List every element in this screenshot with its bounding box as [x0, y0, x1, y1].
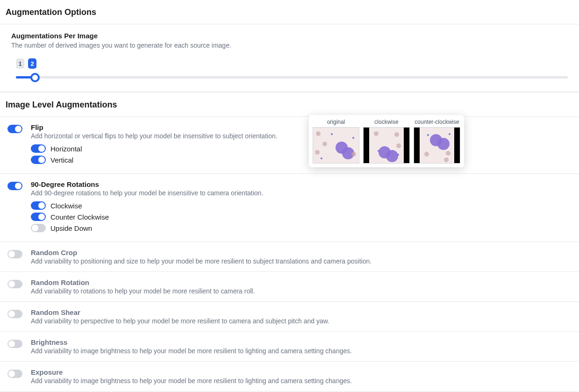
toggle-brightness[interactable] [7, 340, 22, 348]
label-rot90-clockwise: Clockwise [50, 202, 82, 210]
section-header-aug-options: Augmentation Options [0, 0, 579, 24]
aug-desc-brightness: Add variability to image brightness to h… [31, 347, 573, 355]
toggle-rot90-clockwise[interactable] [31, 201, 46, 210]
aug-desc-rrot: Add variability to rotations to help you… [31, 287, 573, 295]
aug-row-brightness: Brightness Add variability to image brig… [0, 332, 579, 362]
slider-track [16, 76, 568, 78]
aug-desc-crop: Add variability to positioning and size … [31, 257, 573, 265]
aug-title-brightness: Brightness [31, 338, 573, 346]
aug-title-exposure: Exposure [31, 368, 573, 376]
augmentations-per-image-block: Augmentations Per Image The number of de… [0, 24, 579, 92]
aug-per-image-chips: 1 2 [16, 58, 568, 69]
toggle-rrot[interactable] [7, 280, 22, 288]
aug-desc-exposure: Add variability to image brightness to h… [31, 377, 573, 385]
preview-label-counter-clockwise: counter-clockwise [415, 119, 459, 125]
preview-img-counter-clockwise [414, 127, 460, 164]
toggle-exposure[interactable] [7, 370, 22, 378]
label-rot90-upside-down: Upside Down [50, 224, 92, 232]
toggle-rot90-counter-clockwise[interactable] [31, 213, 46, 221]
aug-title-shear: Random Shear [31, 308, 573, 316]
preview-label-clockwise: clockwise [374, 119, 398, 125]
chip-1[interactable]: 1 [16, 58, 24, 69]
aug-desc-rot90: Add 90-degree rotations to help your mod… [31, 189, 573, 197]
aug-row-flip: Flip Add horizontal or vertical flips to… [0, 117, 579, 174]
aug-desc-shear: Add variability to perspective to help y… [31, 317, 573, 325]
label-flip-vertical: Vertical [50, 156, 73, 164]
aug-title-rrot: Random Rotation [31, 278, 573, 286]
slider-thumb[interactable] [30, 73, 40, 82]
aug-row-rrot: Random Rotation Add variability to rotat… [0, 272, 579, 302]
toggle-shear[interactable] [7, 310, 22, 318]
aug-desc-flip: Add horizontal or vertical flips to help… [31, 132, 573, 140]
preview-label-original: original [327, 119, 345, 125]
toggle-flip[interactable] [7, 125, 22, 133]
rotation-preview-popup: original clockwise [309, 115, 464, 167]
aug-per-image-title: Augmentations Per Image [11, 32, 568, 40]
toggle-crop[interactable] [7, 250, 22, 258]
aug-row-exposure: Exposure Add variability to image bright… [0, 362, 579, 392]
aug-row-shear: Random Shear Add variability to perspect… [0, 302, 579, 332]
chip-2[interactable]: 2 [28, 58, 36, 69]
preview-img-original [313, 127, 359, 164]
aug-title-flip: Flip [31, 123, 573, 131]
aug-title-crop: Random Crop [31, 249, 573, 257]
label-rot90-counter-clockwise: Counter Clockwise [50, 213, 109, 221]
aug-row-crop: Random Crop Add variability to positioni… [0, 242, 579, 272]
toggle-rot90[interactable] [7, 182, 22, 190]
aug-per-image-slider[interactable] [16, 72, 568, 82]
aug-title-rot90: 90-Degree Rotations [31, 180, 573, 188]
aug-per-image-desc: The number of derived images you want to… [11, 42, 568, 49]
section-header-image-level: Image Level Augmentations [0, 92, 579, 117]
toggle-rot90-upside-down[interactable] [31, 224, 46, 232]
aug-row-rot90: 90-Degree Rotations Add 90-degree rotati… [0, 174, 579, 242]
toggle-flip-horizontal[interactable] [31, 144, 46, 153]
toggle-flip-vertical[interactable] [31, 156, 46, 164]
preview-img-clockwise [363, 127, 410, 164]
label-flip-horizontal: Horizontal [50, 145, 82, 153]
